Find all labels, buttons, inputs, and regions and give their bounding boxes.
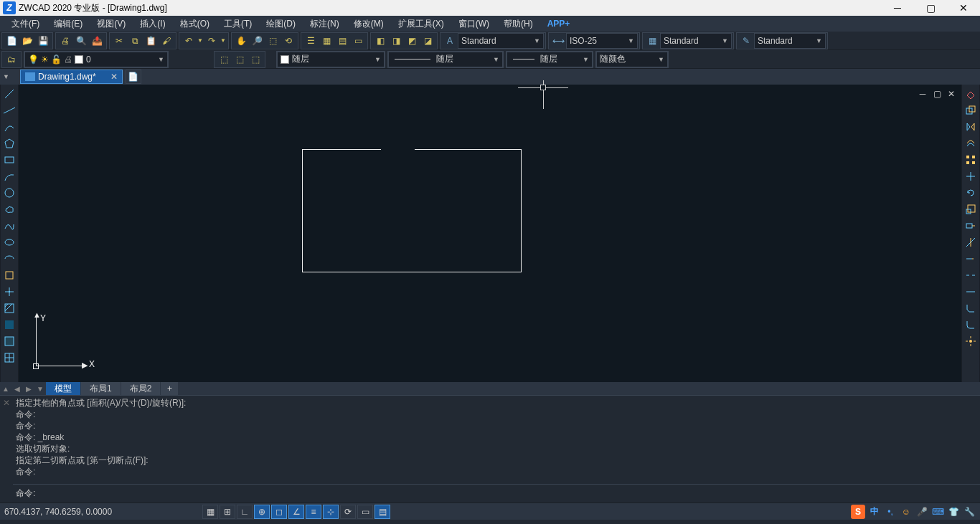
mirror-icon[interactable] [963,119,979,135]
command-input[interactable] [38,487,977,500]
ime-tool-icon[interactable]: 🔧 [963,505,976,518]
tab-layout1[interactable]: 布局1 [81,382,121,395]
insert-block-icon[interactable] [1,267,17,283]
extend-icon[interactable] [963,251,979,267]
undo-icon[interactable]: ↶ [181,33,197,49]
polar-icon[interactable]: ⊕ [254,505,270,519]
linetype-dropdown[interactable]: 随层▼ [388,52,503,67]
canvas-close-icon[interactable]: ✕ [946,89,957,99]
tab-model[interactable]: 模型 [46,382,80,395]
menu-tools[interactable]: 工具(T) [217,16,259,32]
xline-icon[interactable] [1,103,17,118]
zoom-rt-icon[interactable]: 🔎 [249,33,265,49]
print-icon[interactable]: 🖨 [57,33,73,49]
revcloud-icon[interactable] [1,201,17,217]
tablestyle-icon[interactable]: ▦ [644,33,660,49]
color-dropdown[interactable]: 随层▼ [277,52,385,67]
tab-nav-last-icon[interactable]: ▼ [34,385,46,393]
rectangle-icon[interactable] [1,152,17,168]
region-icon[interactable] [1,333,17,349]
dimstyle-icon[interactable]: ⟷ [550,33,566,49]
tab-nav-next-icon[interactable]: ▶ [23,385,34,393]
trim-icon[interactable] [963,234,979,250]
menu-view[interactable]: 视图(V) [90,16,133,32]
explode-icon[interactable] [963,333,979,349]
array-icon[interactable] [963,152,979,168]
preview-icon[interactable]: 🔍 [73,33,89,49]
lwt-icon[interactable]: ≡ [306,505,321,519]
menu-ext[interactable]: 扩展工具(X) [391,16,451,32]
textstyle-icon[interactable]: A [442,33,458,49]
menu-file[interactable]: 文件(F) [4,16,47,32]
ime-lang-icon[interactable]: 中 [868,505,881,518]
menu-insert[interactable]: 插入(I) [133,16,172,32]
tablestyle-dropdown[interactable]: Standard▼ [660,33,732,49]
minimize-button[interactable]: ─ [881,0,914,16]
circle-icon[interactable] [1,185,17,201]
undo-dd-icon[interactable]: ▼ [197,33,204,49]
dimstyle-dropdown[interactable]: ISO-25▼ [566,33,638,49]
tab-add[interactable]: + [161,382,178,395]
command-history[interactable]: 指定其他的角点或 [面积(A)/尺寸(D)/旋转(R)]: 命令: 命令: 命令… [13,396,980,484]
tab-nav-prev-icon[interactable]: ◀ [11,385,23,393]
redo-icon[interactable]: ↷ [204,33,220,49]
spline-icon[interactable] [1,218,17,234]
layer-iso-icon[interactable]: ⬚ [232,52,248,67]
maximize-button[interactable]: ▢ [914,0,947,16]
save-icon[interactable]: 💾 [35,33,51,49]
cut-icon[interactable]: ✂ [111,33,127,49]
cmd-close-icon[interactable]: ✕ [0,396,13,502]
zoom-win-icon[interactable]: ⬚ [265,33,281,49]
properties-icon[interactable]: ☰ [303,33,319,49]
snap-grid-icon[interactable]: ▦ [202,505,218,519]
menu-modify[interactable]: 修改(M) [347,16,391,32]
chamfer-icon[interactable] [963,300,979,316]
otrack-icon[interactable]: ∠ [288,505,304,519]
ortho-icon[interactable]: ∟ [237,505,253,519]
new-icon[interactable]: 📄 [4,33,19,49]
menu-help[interactable]: 帮助(H) [496,16,540,32]
model-ps-icon[interactable]: ▭ [357,505,373,519]
layer-prev-icon[interactable]: ⬚ [216,52,232,67]
zoom-prev-icon[interactable]: ⟲ [281,33,296,49]
doctab-nav-icon[interactable]: ▼ [3,73,16,80]
ime-punct-icon[interactable]: •, [884,505,897,518]
plotstyle-dropdown[interactable]: 随颜色▼ [596,52,668,67]
textstyle-dropdown[interactable]: Standard▼ [458,33,544,49]
move-icon[interactable] [963,168,979,184]
menu-format[interactable]: 格式(O) [173,16,217,32]
ellipse-icon[interactable] [1,234,17,250]
rotate-icon[interactable] [963,185,979,201]
calc-icon[interactable]: ▭ [350,33,366,49]
stretch-icon[interactable] [963,218,979,234]
menu-dim[interactable]: 标注(N) [303,16,347,32]
layer-dropdown[interactable]: 💡 ☀ 🔓 🖨 0▼ [24,52,168,67]
misc-tool-icon[interactable]: ✎ [738,33,754,49]
break-icon[interactable] [963,267,979,283]
canvas-max-icon[interactable]: ▢ [931,89,943,99]
copy-obj-icon[interactable] [963,103,979,118]
ellipsearc-icon[interactable] [1,251,17,267]
block4-icon[interactable]: ◪ [420,33,435,49]
arc-icon[interactable] [1,168,17,184]
matchprop-icon[interactable]: 🖌 [159,33,174,49]
scale-icon[interactable] [963,201,979,217]
line-icon[interactable] [1,86,17,102]
menu-edit[interactable]: 编辑(E) [47,16,90,32]
canvas-min-icon[interactable]: ─ [917,89,928,99]
ime-mic-icon[interactable]: 🎤 [915,505,928,518]
block2-icon[interactable]: ◨ [388,33,404,49]
menu-appplus[interactable]: APP+ [540,16,578,32]
new-tab-button[interactable]: 📄 [126,70,141,84]
open-icon[interactable]: 📂 [19,33,35,49]
gradient-icon[interactable] [1,317,17,333]
pan-icon[interactable]: ✋ [233,33,249,49]
redo-dd-icon[interactable]: ▼ [220,33,227,49]
tool-palette-icon[interactable]: ▤ [334,33,350,49]
close-button[interactable]: ✕ [947,0,980,16]
tab-nav-first-icon[interactable]: ▲ [0,385,11,393]
fillet-icon[interactable] [963,317,979,333]
publish-icon[interactable]: 📤 [89,33,105,49]
document-tab-close[interactable]: ✕ [110,72,118,82]
ime-keyboard-icon[interactable]: ⌨ [931,505,944,518]
